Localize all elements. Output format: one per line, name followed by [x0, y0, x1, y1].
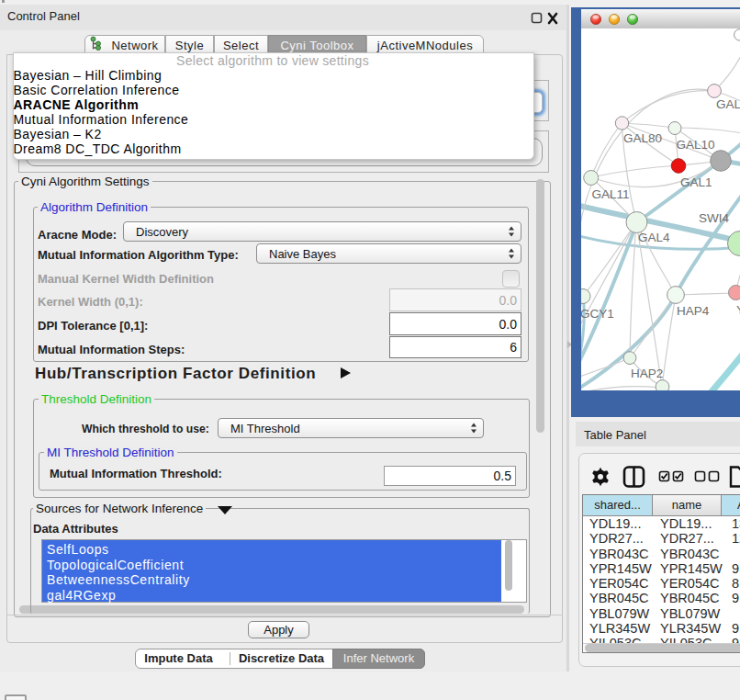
svg-text:HAP2: HAP2: [631, 367, 663, 380]
svg-text:GAL7: GAL7: [716, 97, 740, 111]
svg-text:GAL80: GAL80: [623, 131, 662, 145]
svg-text:SWI4: SWI4: [699, 211, 729, 225]
svg-text:GAL4: GAL4: [638, 231, 670, 244]
svg-text:HAP4: HAP4: [677, 304, 710, 318]
svg-text:GAL1: GAL1: [680, 175, 712, 189]
svg-text:Y: Y: [736, 303, 740, 317]
svg-text:GAL11: GAL11: [592, 187, 630, 201]
svg-text:GAL10: GAL10: [677, 138, 715, 152]
svg-text:GCY1: GCY1: [581, 307, 614, 321]
